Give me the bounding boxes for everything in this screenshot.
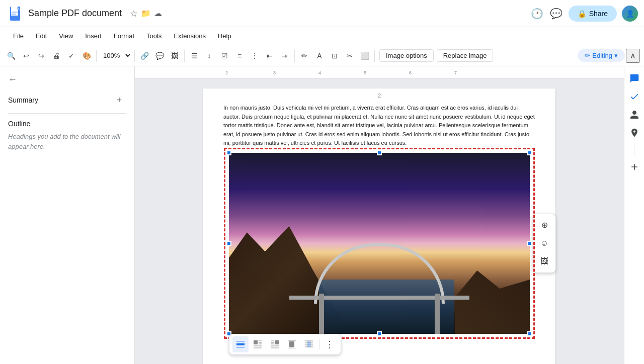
svg-rect-15 (275, 340, 279, 344)
handle-top-right[interactable] (527, 150, 532, 155)
ordered-list-btn[interactable]: ⋮ (248, 49, 262, 63)
increase-indent-btn[interactable]: ⇥ (278, 49, 292, 63)
align-btn[interactable]: ☰ (187, 49, 201, 63)
menu-item-help[interactable]: Help (213, 30, 236, 42)
toolbar-collapse-btn[interactable]: ∧ (626, 49, 640, 63)
side-emoji-btn[interactable]: ☺ (536, 235, 552, 251)
svg-rect-9 (254, 340, 258, 344)
text-color-btn[interactable]: A (312, 49, 327, 63)
right-panel-person-icon[interactable] (626, 107, 642, 123)
handle-top[interactable] (377, 150, 382, 155)
decrease-indent-btn[interactable]: ⇤ (263, 49, 277, 63)
folder-icon[interactable]: 📁 (141, 9, 151, 18)
body-text: In non mauris justo. Duis vehicula mi ve… (223, 104, 535, 148)
wrap-left-btn[interactable] (250, 336, 266, 352)
handle-top-left[interactable] (226, 150, 231, 155)
frame-btn[interactable]: ⬜ (358, 49, 372, 63)
svg-rect-17 (271, 342, 274, 343)
back-icon: ← (8, 74, 17, 85)
main-layout: ← Summary + Outline Headings you add to … (0, 66, 644, 364)
right-panel-map-icon[interactable] (626, 125, 642, 141)
paint-format-btn[interactable]: 🎨 (79, 49, 94, 63)
undo-btn[interactable]: ↩ (19, 49, 33, 63)
sep5 (374, 50, 375, 62)
handle-bottom[interactable] (377, 331, 382, 336)
menu-item-insert[interactable]: Insert (80, 30, 107, 42)
wrap-btn[interactable]: ⊡ (328, 49, 342, 63)
wrap-through-btn[interactable] (301, 336, 317, 352)
side-plus-btn[interactable]: ⊕ (536, 217, 552, 233)
handle-right[interactable] (527, 241, 532, 246)
history-button[interactable]: 🕐 (530, 7, 544, 21)
crop-btn[interactable]: ✂ (343, 49, 357, 63)
image-btn[interactable]: 🖼 (168, 49, 182, 63)
menu-item-view[interactable]: View (54, 30, 78, 42)
menu-item-extensions[interactable]: Extensions (169, 30, 211, 42)
svg-rect-18 (271, 343, 274, 344)
image-options-button[interactable]: Image options (379, 49, 434, 62)
wrap-center-btn[interactable] (284, 336, 300, 352)
side-image-btn[interactable]: 🖼 (536, 253, 552, 269)
line-spacing-btn[interactable]: ↕ (202, 49, 216, 63)
highlight-btn[interactable]: ✏ (297, 49, 311, 63)
handle-bottom-right[interactable] (527, 331, 532, 336)
comment-btn[interactable]: 💬 (152, 49, 167, 63)
ruler: 2 3 4 5 6 7 (135, 66, 624, 78)
right-panel-check-icon[interactable] (626, 88, 642, 105)
ruler-mark-6: 6 (409, 70, 412, 75)
checklist-btn[interactable]: ☑ (217, 49, 231, 63)
sidebar-summary: Summary + (8, 93, 126, 107)
doc-area[interactable]: 2 3 4 5 6 7 2 In non mauris justo. Duis … (135, 66, 624, 364)
bridge-pillar-right (435, 294, 440, 334)
handle-left[interactable] (226, 241, 231, 246)
wrap-right-btn[interactable] (267, 336, 283, 352)
menu-item-edit[interactable]: Edit (31, 30, 52, 42)
menu-item-tools[interactable]: Tools (141, 30, 167, 42)
cloud-icon[interactable]: ☁ (154, 9, 162, 18)
page-wrapper: 2 In non mauris justo. Duis vehicula mi … (135, 78, 624, 364)
list-btn[interactable]: ≡ (232, 49, 247, 63)
right-panel-divider (634, 145, 634, 155)
svg-rect-21 (289, 341, 294, 347)
img-tb-sep (319, 339, 319, 349)
redo-btn[interactable]: ↪ (34, 49, 48, 63)
right-panel-add-icon[interactable] (626, 159, 642, 175)
star-icon[interactable]: ☆ (130, 8, 138, 19)
spell-check-btn[interactable]: ✓ (64, 49, 78, 63)
print-btn[interactable]: 🖨 (49, 49, 63, 63)
svg-rect-28 (307, 341, 311, 347)
outline-label: Outline (8, 120, 126, 128)
add-summary-btn[interactable]: + (112, 93, 126, 107)
zoom-select[interactable]: 100% 75% 125% 150% (99, 50, 132, 61)
ruler-mark-2: 2 (225, 70, 228, 75)
chevron-down-icon: ▾ (614, 52, 618, 59)
title-bar: Sample PDF document ☆ 📁 ☁ 🕐 💬 🔒 Share 👤 (0, 0, 644, 27)
image-selection-container[interactable]: ⊕ ☺ 🖼 (229, 153, 530, 334)
avatar[interactable]: 👤 (622, 6, 638, 22)
editing-mode-button[interactable]: ✏ Editing ▾ (578, 49, 625, 62)
menu-item-file[interactable]: File (8, 30, 29, 42)
link-btn[interactable]: 🔗 (137, 49, 151, 63)
svg-rect-16 (271, 340, 274, 341)
replace-image-button[interactable]: Replace image (437, 49, 494, 62)
right-panel (624, 66, 644, 364)
menu-item-format[interactable]: Format (109, 30, 139, 42)
sep3 (184, 50, 185, 62)
bridge-deck (289, 296, 470, 300)
page-number: 2 (378, 93, 381, 99)
sidebar: ← Summary + Outline Headings you add to … (0, 66, 135, 364)
wrap-inline-btn[interactable] (232, 336, 249, 352)
bridge-arch (314, 243, 445, 304)
svg-rect-14 (254, 347, 262, 348)
title-bar-icons: ☆ 📁 ☁ (130, 8, 162, 19)
more-options-btn[interactable]: ⋮ (321, 336, 338, 352)
sidebar-back-btn[interactable]: ← (8, 74, 126, 85)
right-panel-chat-icon[interactable] (626, 70, 642, 86)
comments-button[interactable]: 💬 (549, 7, 564, 21)
pencil-icon: ✏ (585, 52, 590, 59)
ruler-mark-7: 7 (454, 70, 457, 75)
svg-rect-6 (236, 343, 245, 345)
svg-rect-13 (254, 345, 262, 346)
share-button[interactable]: 🔒 Share (569, 6, 617, 22)
search-toolbar-btn[interactable]: 🔍 (4, 49, 18, 63)
